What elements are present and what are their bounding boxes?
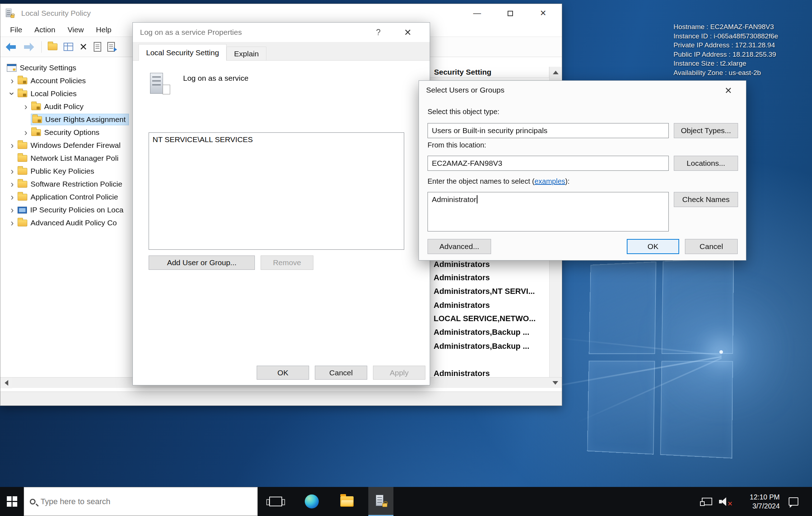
list-item[interactable]: Administrators,Backup ...	[434, 327, 529, 337]
back-icon[interactable]	[5, 42, 17, 52]
toolbar-separator	[41, 41, 42, 53]
list-item[interactable]: LOCAL SERVICE,NETWO...	[434, 314, 536, 324]
chevron-right-icon[interactable]: ›	[7, 140, 18, 151]
delete-icon[interactable]: ✕	[79, 41, 88, 53]
dialog-title: Select Users or Groups	[426, 86, 504, 94]
chevron-right-icon[interactable]: ›	[7, 166, 18, 177]
cancel-button[interactable]: Cancel	[315, 366, 367, 380]
object-type-field[interactable]: Users or Built-in security principals	[428, 123, 669, 138]
object-type-label: Select this object type:	[428, 108, 499, 116]
dialog-title-bar[interactable]: Select Users or Groups	[419, 81, 746, 99]
info-line: Private IP Address : 172.31.28.94	[673, 41, 778, 50]
close-icon[interactable]: ✕	[396, 23, 420, 42]
tree-item-label: Application Control Policie	[31, 193, 118, 201]
chevron-right-icon[interactable]: ›	[7, 205, 18, 215]
task-view-button[interactable]	[266, 487, 286, 516]
folder-icon	[18, 155, 27, 162]
examples-link[interactable]: examples	[535, 177, 565, 185]
start-button[interactable]	[0, 487, 24, 516]
object-names-input[interactable]: Administrator	[428, 192, 669, 231]
app-icon	[5, 9, 14, 18]
check-names-button[interactable]: Check Names	[674, 192, 738, 207]
chevron-down-icon[interactable]: ›	[7, 88, 18, 99]
chevron-right-icon[interactable]: ›	[20, 127, 31, 138]
window-title: Local Security Policy	[21, 9, 91, 18]
column-header-security-setting[interactable]: Security Setting	[428, 67, 549, 78]
hero-pane	[589, 262, 656, 354]
tree-item-label: Network List Manager Poli	[31, 154, 118, 163]
select-users-or-groups-dialog: Select Users or Groups ✕ Select this obj…	[419, 80, 746, 261]
list-item[interactable]: Administrators	[434, 300, 490, 310]
minimize-button[interactable]: —	[461, 4, 494, 23]
info-line: Public IP Address : 18.218.255.39	[673, 50, 778, 59]
ipsec-monitor-icon	[18, 207, 27, 214]
add-user-or-group-button[interactable]: Add User or Group...	[149, 255, 255, 270]
light-flare	[719, 350, 723, 354]
file-explorer-button[interactable]	[337, 487, 357, 516]
location-field[interactable]: EC2AMAZ-FAN98V3	[428, 156, 669, 171]
folder-icon	[18, 220, 27, 226]
edge-button[interactable]	[302, 487, 322, 516]
close-icon[interactable]: ✕	[717, 81, 740, 100]
task-view-icon	[269, 497, 282, 506]
chevron-right-icon[interactable]: ›	[7, 179, 18, 189]
console-tree-icon[interactable]	[64, 43, 73, 51]
scroll-down-button[interactable]	[549, 377, 561, 388]
ok-button[interactable]: OK	[257, 366, 309, 380]
taskbar-search[interactable]	[24, 487, 258, 516]
advanced-button[interactable]: Advanced...	[428, 239, 491, 254]
column-header-label: Security Setting	[434, 68, 491, 76]
ok-button[interactable]: OK	[627, 239, 679, 254]
title-bar[interactable]: Local Security Policy — ✕	[0, 4, 562, 23]
list-item[interactable]: Administrators,NT SERVI...	[434, 286, 535, 296]
tab-explain[interactable]: Explain	[227, 47, 266, 60]
properties-doc-icon[interactable]	[94, 42, 101, 52]
list-item[interactable]: Administrators	[434, 259, 490, 269]
menu-file[interactable]: File	[4, 25, 28, 34]
object-type-value: Users or Built-in security principals	[432, 126, 547, 135]
remove-button: Remove	[261, 255, 313, 270]
object-types-button[interactable]: Object Types...	[674, 123, 738, 138]
taskbar-clock[interactable]: 12:10 PM 3/7/2024	[732, 487, 780, 516]
members-listbox[interactable]: NT SERVICE\ALL SERVICES	[149, 132, 404, 250]
chevron-right-icon[interactable]: ›	[7, 75, 18, 86]
tab-strip: Local Security Setting Explain	[133, 42, 430, 61]
folder-icon	[18, 78, 27, 84]
clock-date: 3/7/2024	[732, 502, 780, 511]
info-line: Hostname : EC2AMAZ-FAN98V3	[673, 22, 778, 32]
menu-action[interactable]: Action	[28, 25, 61, 34]
menu-view[interactable]: View	[61, 25, 90, 34]
folder-icon	[18, 142, 27, 149]
tab-local-security-setting[interactable]: Local Security Setting	[139, 44, 227, 61]
export-folder-icon[interactable]	[48, 43, 57, 50]
folder-icon	[31, 103, 41, 110]
scroll-up-button[interactable]	[550, 67, 561, 78]
info-line: Availability Zone : us-east-2b	[673, 68, 778, 78]
log-on-as-a-service-properties-dialog: Log on as a service Properties ? ✕ Local…	[132, 22, 430, 385]
chevron-right-icon[interactable]: ›	[7, 217, 18, 228]
maximize-button[interactable]	[494, 4, 527, 23]
edge-icon	[305, 494, 319, 508]
list-item[interactable]: Administrators,Backup ...	[434, 341, 529, 351]
network-tray-button[interactable]	[699, 487, 715, 516]
cancel-button[interactable]: Cancel	[685, 239, 738, 254]
export-list-icon[interactable]	[107, 42, 115, 52]
forward-icon[interactable]	[23, 42, 35, 52]
chevron-right-icon[interactable]: ›	[20, 101, 31, 112]
chevron-right-icon[interactable]: ›	[7, 192, 18, 202]
member-item[interactable]: NT SERVICE\ALL SERVICES	[153, 135, 400, 144]
tree-item-label: IP Security Policies on Loca	[30, 206, 123, 214]
action-center-button[interactable]	[783, 487, 803, 516]
tree-item-label: Software Restriction Policie	[31, 180, 122, 188]
menu-help[interactable]: Help	[90, 25, 117, 34]
volume-tray-button[interactable]: ✕	[717, 487, 734, 516]
help-button[interactable]: ?	[369, 23, 387, 42]
search-input[interactable]	[41, 497, 242, 506]
close-button[interactable]: ✕	[527, 4, 560, 23]
scroll-left-button[interactable]	[0, 377, 12, 388]
local-security-policy-taskbar-button[interactable]	[368, 487, 393, 516]
tree-item-label: Local Policies	[31, 89, 76, 98]
list-item[interactable]: Administrators	[434, 273, 490, 283]
selected-tree-item: User Rights Assignment	[31, 114, 129, 125]
locations-button[interactable]: Locations...	[674, 156, 738, 171]
